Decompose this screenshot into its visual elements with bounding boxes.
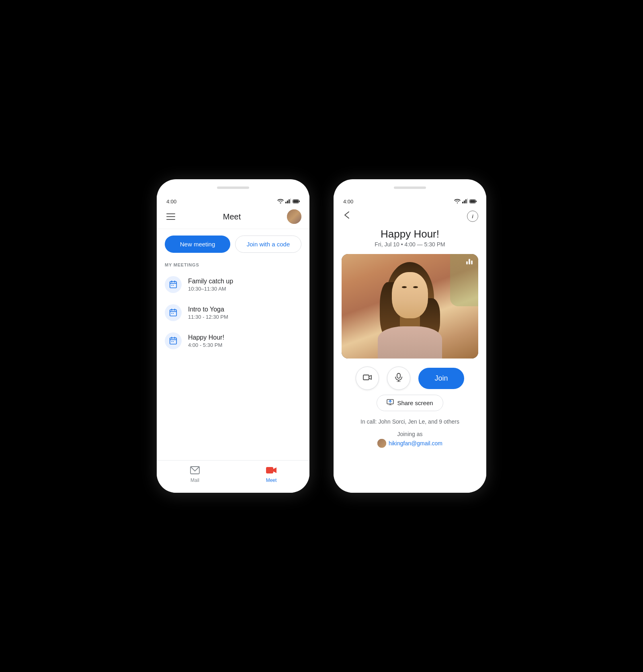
avatar-image xyxy=(287,209,301,224)
svg-rect-29 xyxy=(462,202,463,203)
svg-rect-6 xyxy=(299,201,300,202)
phone-2-screen: 4:00 xyxy=(334,195,486,493)
svg-point-25 xyxy=(173,341,174,342)
wifi-icon xyxy=(277,199,284,205)
phones-container: 4:00 xyxy=(157,179,486,493)
call-controls: Join xyxy=(334,359,486,393)
wifi-icon-2 xyxy=(454,199,461,205)
hamburger-menu[interactable] xyxy=(165,212,177,221)
svg-rect-31 xyxy=(465,199,467,203)
meet-video-icon xyxy=(266,466,277,476)
svg-point-18 xyxy=(171,313,172,314)
action-buttons: New meeting Join with a code xyxy=(157,229,309,259)
new-meeting-button[interactable]: New meeting xyxy=(165,236,230,253)
joining-as-section: Joining as hikingfan@gmail.com xyxy=(334,428,486,453)
mail-label: Mail xyxy=(190,477,199,483)
status-bar-1: 4:00 xyxy=(157,195,309,206)
join-with-code-button[interactable]: Join with a code xyxy=(235,236,301,253)
time-2: 4:00 xyxy=(343,199,353,205)
video-preview xyxy=(342,254,478,359)
svg-rect-30 xyxy=(464,201,465,203)
signal-icon-2 xyxy=(462,199,468,205)
back-button[interactable] xyxy=(342,209,354,223)
meeting-icon-2 xyxy=(165,332,182,349)
app-title: Meet xyxy=(223,212,241,221)
meeting-icon-0 xyxy=(165,276,182,293)
meeting-item-2[interactable]: Happy Hour! 4:00 - 5:30 PM xyxy=(157,327,309,355)
meeting-title-2: Happy Hour! xyxy=(188,334,224,341)
camera-toggle-button[interactable] xyxy=(356,367,379,390)
meeting-time-0: 10:30–11:30 AM xyxy=(188,286,233,292)
svg-rect-36 xyxy=(363,375,369,380)
meeting-icon-1 xyxy=(165,304,182,321)
svg-point-28 xyxy=(457,203,458,203)
share-screen-icon xyxy=(387,399,394,407)
meeting-time-2: 4:00 - 5:30 PM xyxy=(188,342,224,348)
svg-point-13 xyxy=(173,285,174,286)
svg-point-12 xyxy=(171,285,172,286)
user-email-row: hikingfan@gmail.com xyxy=(342,439,478,448)
svg-rect-8 xyxy=(170,282,177,288)
share-screen-button[interactable]: Share screen xyxy=(377,395,443,411)
meeting-info-1: Intro to Yoga 11:30 - 12:30 PM xyxy=(188,306,228,320)
share-screen-label: Share screen xyxy=(397,400,433,406)
user-avatar-small xyxy=(377,439,386,448)
svg-rect-35 xyxy=(470,200,475,203)
meet-label: Meet xyxy=(266,477,277,483)
in-call-text: In call: John Sorci, Jen Le, and 9 other… xyxy=(360,418,459,425)
mic-icon xyxy=(395,373,402,384)
joining-as-label: Joining as xyxy=(342,431,478,437)
battery-icon-2 xyxy=(469,199,477,205)
signal-icon xyxy=(285,199,291,205)
phone-1: 4:00 xyxy=(157,179,309,493)
info-button[interactable]: i xyxy=(467,211,478,222)
meeting-item-1[interactable]: Intro to Yoga 11:30 - 12:30 PM xyxy=(157,299,309,327)
phone-1-screen: 4:00 xyxy=(157,195,309,493)
meetings-list: Family catch up 10:30–11:30 AM xyxy=(157,269,309,460)
svg-rect-34 xyxy=(476,201,477,202)
meeting-info-2: Happy Hour! 4:00 - 5:30 PM xyxy=(188,334,224,348)
meeting-time-1: 11:30 - 12:30 PM xyxy=(188,314,228,320)
mic-toggle-button[interactable] xyxy=(387,367,410,390)
battery-icon xyxy=(293,199,300,205)
svg-rect-1 xyxy=(285,202,287,203)
svg-point-24 xyxy=(171,341,172,342)
camera-icon xyxy=(363,374,372,383)
svg-rect-37 xyxy=(397,373,400,378)
svg-rect-20 xyxy=(170,338,177,344)
status-icons-2 xyxy=(454,199,477,205)
phone-2: 4:00 xyxy=(334,179,486,493)
nav-mail[interactable]: Mail xyxy=(157,465,233,485)
svg-rect-7 xyxy=(293,200,299,203)
status-icons-1 xyxy=(277,199,300,205)
meeting-title-1: Intro to Yoga xyxy=(188,306,228,313)
meeting-title-0: Family catch up xyxy=(188,278,233,285)
in-call-info: In call: John Sorci, Jen Le, and 9 other… xyxy=(334,413,486,428)
phone-2-header: i xyxy=(334,206,486,226)
svg-rect-2 xyxy=(287,201,288,203)
svg-rect-3 xyxy=(289,199,290,203)
svg-rect-14 xyxy=(170,310,177,316)
svg-rect-4 xyxy=(290,199,291,203)
avatar[interactable] xyxy=(287,209,301,224)
svg-rect-27 xyxy=(266,467,273,473)
event-date: Fri, Jul 10 • 4:00 — 5:30 PM xyxy=(334,241,486,254)
bottom-nav: Mail Meet xyxy=(157,460,309,493)
svg-rect-32 xyxy=(467,199,468,203)
event-title: Happy Hour! xyxy=(334,226,486,241)
svg-point-19 xyxy=(173,313,174,314)
time-1: 4:00 xyxy=(166,199,176,205)
nav-meet[interactable]: Meet xyxy=(233,465,309,485)
video-bg xyxy=(342,254,478,359)
phone-1-header: Meet xyxy=(157,206,309,229)
user-email: hikingfan@gmail.com xyxy=(389,440,442,447)
join-button[interactable]: Join xyxy=(418,368,464,389)
meeting-item-0[interactable]: Family catch up 10:30–11:30 AM xyxy=(157,270,309,299)
mail-icon xyxy=(190,466,200,476)
audio-bars-icon xyxy=(466,259,473,264)
status-bar-2: 4:00 xyxy=(334,195,486,206)
meeting-info-0: Family catch up 10:30–11:30 AM xyxy=(188,278,233,292)
my-meetings-label: MY MEETINGS xyxy=(157,259,309,269)
